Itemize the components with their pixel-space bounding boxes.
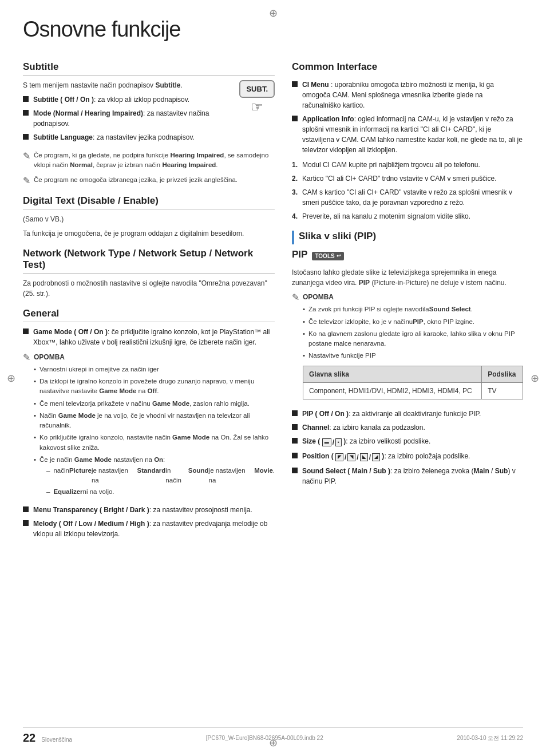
list-item-text: Position ( ◤ / ◥ / ◣ / ◢ ): za izbiro po… xyxy=(302,451,470,462)
opomba-bullet: Da izklopi te igralno konzolo in povežet… xyxy=(34,377,275,397)
slika-section: Slika v sliki (PIP) xyxy=(292,231,523,244)
list-item: Size ( ▬ / ▪ ): za izbiro velikosti pods… xyxy=(292,436,523,448)
sub-bullet-list: način Picture je nastavljen na Standard … xyxy=(39,466,275,497)
bullet-icon xyxy=(292,81,298,87)
list-item: Subtitle Language: za nastavitev jezika … xyxy=(23,132,275,143)
pos-icon-2: ◥ xyxy=(347,453,355,461)
bullet-icon xyxy=(23,506,29,512)
list-item-text: Application Info: ogled informacij na CA… xyxy=(302,114,523,155)
pip-opomba-bullet: Ko na glavnem zaslonu gledate igro ali k… xyxy=(303,329,523,349)
ordered-item: 3. CAM s kartico "CI ali CI+ CARD" vstav… xyxy=(292,187,523,208)
page-footer: 22 Slovenščina [PC670_W-Euro]BN68-02695A… xyxy=(23,727,523,745)
note-icon: ✎ xyxy=(23,151,30,161)
table-header-row: Glavna slika Podslika xyxy=(303,366,523,382)
list-item-text: Mode (Normal / Hearing Impaired): za nas… xyxy=(33,108,232,129)
opomba-block: ✎ OPOMBA Varnostni ukrepi in omejitve za… xyxy=(23,352,275,500)
ordered-item: 1. Modul CI CAM kupite pri najbližjem tr… xyxy=(292,160,523,170)
pos-icon-4: ◢ xyxy=(372,453,380,461)
list-item-text: Subtitle ( Off / On ): za vklop ali izkl… xyxy=(33,94,189,105)
opomba-title: OPOMBA xyxy=(34,353,65,361)
footer-file: [PC670_W-Euro]BN68-02695A-00L09.indb 22 xyxy=(206,735,323,741)
table-row: Component, HDMI1/DVI, HDMI2, HDMI3, HDMI… xyxy=(303,382,523,399)
opomba-content: OPOMBA Varnostni ukrepi in omejitve za n… xyxy=(34,352,275,500)
item-number: 4. xyxy=(292,211,302,221)
opomba-bullet: Če je način Game Mode nastavljen na On: … xyxy=(34,455,275,498)
list-item-text: Channel: za izbiro kanala za podzaslon. xyxy=(302,422,425,433)
bullet-icon xyxy=(292,453,298,458)
list-item-text: Melody ( Off / Low / Medium / High ): za… xyxy=(33,518,275,539)
crosshair-top: ⊕ xyxy=(269,7,278,19)
list-item-text: Size ( ▬ / ▪ ): za izbiro velikosti pods… xyxy=(302,436,430,448)
general-section: General Game Mode ( Off / On ): če prikl… xyxy=(23,308,275,539)
subt-illustration: SUBT. ☞ xyxy=(239,80,275,115)
item-number: 3. xyxy=(292,187,302,197)
general-title: General xyxy=(23,308,275,322)
list-item-text: Sound Select ( Main / Sub ): za izbiro ž… xyxy=(302,466,523,486)
table-header-sub: Podslika xyxy=(482,366,523,382)
subtitle-intro: S tem menijem nastavite način podnapisov… xyxy=(23,80,275,90)
bullet-icon xyxy=(23,520,29,526)
opomba-bullet-content: Če meni televizorja prikažete v načinu G… xyxy=(39,399,250,409)
opomba-bullets: Varnostni ukrepi in omejitve za način ig… xyxy=(34,365,275,498)
list-item: Game Mode ( Off / On ): če priključite i… xyxy=(23,327,275,347)
note-text-2: Če program ne omogoča izbranega jezika, … xyxy=(34,175,238,185)
page-number: 22 xyxy=(23,731,35,745)
opomba-bullet-content: Ko priključite igralno konzolo, nastavit… xyxy=(39,433,275,453)
list-item: CI Menu : uporabniku omogoča izbiro možn… xyxy=(292,80,523,110)
list-item: PIP ( Off / On ): za aktiviranje ali dea… xyxy=(292,409,523,419)
footer-date: 2010-03-10 오전 11:29:22 xyxy=(457,734,523,742)
pos-icon-3: ◣ xyxy=(360,453,368,461)
opomba-bullet-content: Če je način Game Mode nastavljen na On: … xyxy=(39,455,275,498)
list-item-text: Game Mode ( Off / On ): če priključite i… xyxy=(33,327,275,347)
size-icon-1: ▬ xyxy=(322,438,331,446)
opomba-bullet-content: Da izklopi te igralno konzolo in povežet… xyxy=(39,377,275,397)
note-block-1: ✎ Če program, ki ga gledate, ne podpira … xyxy=(23,151,275,171)
note-text-1: Če program, ki ga gledate, ne podpira fu… xyxy=(34,151,275,171)
pip-opomba-bullet: Če televizor izklopite, ko je v načinu P… xyxy=(303,317,523,327)
list-item: Menu Transparency ( Bright / Dark ): za … xyxy=(23,505,275,515)
bullet-icon xyxy=(23,134,29,140)
opomba-bullet-content: Način Game Mode je na voljo, če je vhodn… xyxy=(39,411,275,431)
ci-list: CI Menu : uporabniku omogoča izbiro možn… xyxy=(292,80,523,155)
list-item-text: Subtitle Language: za nastavitev jezika … xyxy=(33,132,195,143)
common-interface-section: Common Interface CI Menu : uporabniku om… xyxy=(292,61,523,221)
list-item: Sound Select ( Main / Sub ): za izbiro ž… xyxy=(292,466,523,486)
subt-button-label: SUBT. xyxy=(246,85,268,93)
list-item: Application Info: ogled informacij na CA… xyxy=(292,114,523,155)
note-icon: ✎ xyxy=(292,292,299,303)
tools-badge: TOOLS ↩ xyxy=(312,252,343,260)
table-header-main: Glavna slika xyxy=(303,366,482,382)
bullet-icon xyxy=(23,96,29,102)
common-interface-title: Common Interface xyxy=(292,61,523,75)
pip-opomba-bullet: Nastavitve funkcije PIP xyxy=(303,351,523,361)
list-item: Melody ( Off / Low / Medium / High ): za… xyxy=(23,518,275,539)
left-column: Subtitle SUBT. ☞ S tem menijem nastavite… xyxy=(23,52,275,544)
bullet-icon xyxy=(292,116,298,121)
pip-opomba-block: ✎ OPOMBA Za zvok pri funkciji PIP si ogl… xyxy=(292,292,523,404)
sub-bullet: Equalizer ni na voljo. xyxy=(46,487,275,497)
ci-ordered-list: 1. Modul CI CAM kupite pri najbližjem tr… xyxy=(292,160,523,221)
digital-text-body: Ta funkcija je omogočena, če je program … xyxy=(23,228,275,239)
footer-left: 22 Slovenščina xyxy=(23,731,72,745)
tools-icon: ↩ xyxy=(337,253,341,259)
ordered-item: 4. Preverite, ali na kanalu z motenim si… xyxy=(292,211,523,221)
list-item: Mode (Normal / Hearing Impaired): za nas… xyxy=(23,108,232,129)
bullet-icon xyxy=(292,424,298,430)
digital-text-title: Digital Text (Disable / Enable) xyxy=(23,195,275,209)
right-column: Common Interface CI Menu : uporabniku om… xyxy=(292,52,523,544)
tools-label: TOOLS xyxy=(315,253,334,259)
pos-icon-1: ◤ xyxy=(335,453,343,461)
pip-opomba-bullet: Za zvok pri funkciji PIP si oglejte navo… xyxy=(303,304,523,314)
list-item-text: CI Menu : uporabniku omogoča izbiro možn… xyxy=(302,80,523,110)
item-text: Modul CI CAM kupite pri najbližjem trgov… xyxy=(302,160,480,170)
pip-section: PIP TOOLS ↩ Istočasno lahko gledate slik… xyxy=(292,249,523,486)
two-column-layout: Subtitle SUBT. ☞ S tem menijem nastavite… xyxy=(23,52,523,544)
list-item: Position ( ◤ / ◥ / ◣ / ◢ ): za izbiro po… xyxy=(292,451,523,462)
pip-table: Glavna slika Podslika Component, HDMI1/D… xyxy=(303,366,523,399)
page: ⊕ ⊕ ⊕ ⊕ Osnovne funkcije Subtitle SUBT. … xyxy=(0,0,546,756)
item-text: Kartico "CI ali CI+ CARD" trdno vstavite… xyxy=(302,173,497,184)
list-item: Channel: za izbiro kanala za podzaslon. xyxy=(292,422,523,433)
opomba-bullet: Način Game Mode je na voljo, če je vhodn… xyxy=(34,411,275,431)
item-text: CAM s kartico "CI ali CI+ CARD" vstavite… xyxy=(302,187,523,208)
network-section: Network (Network Type / Network Setup / … xyxy=(23,248,275,299)
